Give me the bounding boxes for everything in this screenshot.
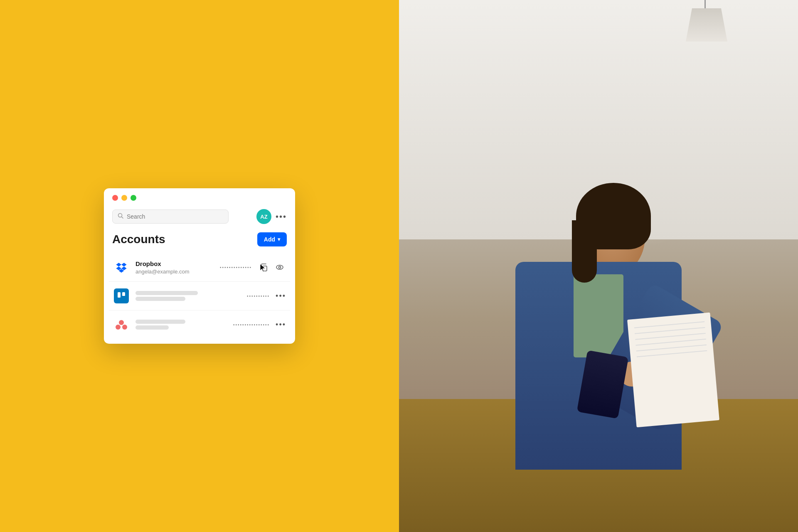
more-menu-button[interactable]: ••• — [276, 212, 287, 222]
traffic-light-yellow[interactable] — [121, 195, 127, 201]
photo-background — [399, 0, 798, 532]
trello-icon — [113, 288, 130, 304]
list-item: Dropbox angela@example.com •••••••••••••… — [109, 253, 290, 282]
search-icon — [118, 213, 123, 220]
more-options-button[interactable]: ••• — [276, 320, 286, 329]
item-actions — [258, 261, 286, 273]
svg-rect-5 — [118, 292, 121, 298]
photo-person — [474, 158, 723, 532]
toolbar-right: AZ ••• — [256, 209, 287, 224]
svg-rect-2 — [263, 266, 267, 271]
chevron-down-icon: ▾ — [278, 236, 280, 242]
window-toolbar: AZ ••• — [104, 206, 295, 229]
item-email: angela@example.com — [135, 268, 214, 275]
svg-point-7 — [119, 320, 124, 325]
copy-button[interactable] — [258, 261, 270, 273]
item-name: Dropbox — [135, 260, 214, 267]
trello-info — [135, 291, 241, 301]
asana-icon — [113, 316, 130, 333]
svg-line-1 — [122, 217, 123, 219]
placeholder-email — [135, 325, 169, 330]
avatar: AZ — [256, 209, 271, 224]
item-password: •••••••••••••••• — [233, 323, 270, 327]
more-options-button[interactable]: ••• — [276, 292, 286, 300]
svg-point-3 — [276, 265, 283, 269]
eye-button[interactable] — [273, 261, 286, 273]
item-password: •••••••••••••• — [220, 265, 252, 270]
search-bar[interactable] — [112, 209, 229, 224]
app-window: AZ ••• Accounts Add ▾ — [104, 188, 295, 344]
placeholder-name — [135, 291, 198, 295]
item-actions: ••• — [276, 292, 286, 300]
add-button-label: Add — [264, 236, 275, 243]
item-actions: ••• — [276, 320, 286, 329]
item-password: •••••••••• — [247, 294, 270, 298]
svg-point-4 — [279, 266, 281, 268]
dropbox-info: Dropbox angela@example.com — [135, 260, 214, 275]
svg-point-9 — [122, 325, 127, 330]
placeholder-email — [135, 297, 185, 301]
svg-point-8 — [116, 325, 121, 330]
svg-rect-6 — [122, 292, 125, 296]
search-input[interactable] — [127, 213, 223, 220]
accounts-list: Dropbox angela@example.com •••••••••••••… — [104, 253, 295, 344]
left-panel: AZ ••• Accounts Add ▾ — [0, 0, 399, 532]
asana-info — [135, 320, 227, 330]
add-button[interactable]: Add ▾ — [257, 232, 287, 246]
window-header: Accounts Add ▾ — [104, 229, 295, 253]
window-chrome — [104, 188, 295, 206]
dropbox-icon — [113, 259, 130, 276]
traffic-light-green[interactable] — [131, 195, 136, 201]
list-item: •••••••••••••••• ••• — [109, 310, 290, 339]
right-panel — [399, 0, 798, 532]
traffic-light-red[interactable] — [112, 195, 118, 201]
list-item: •••••••••• ••• — [109, 282, 290, 310]
photo-lamp — [682, 0, 732, 83]
page-title: Accounts — [112, 233, 165, 246]
placeholder-name — [135, 320, 185, 324]
